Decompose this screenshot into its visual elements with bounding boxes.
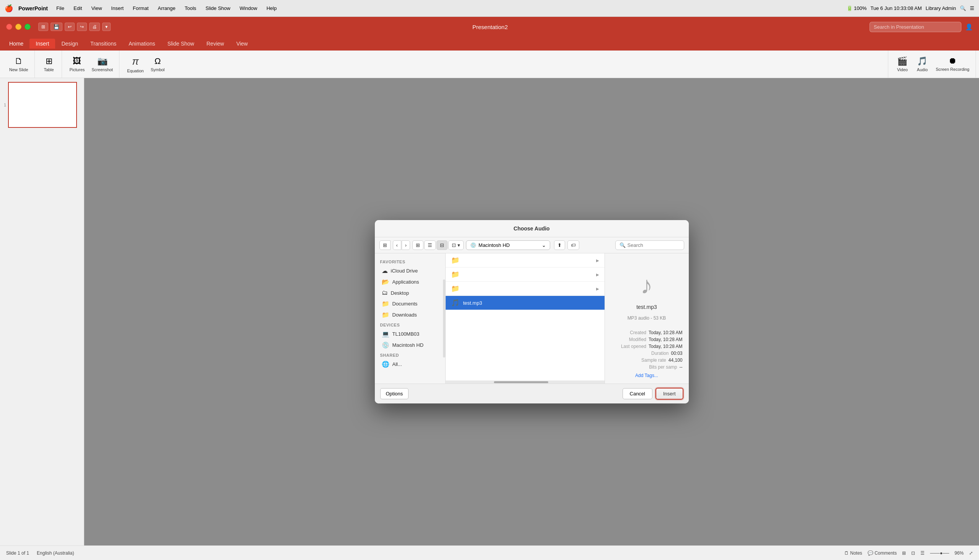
equation-button[interactable]: π Equation <box>124 54 147 75</box>
favorites-header: Favorites <box>375 257 445 265</box>
audio-button[interactable]: 🎵 Audio <box>913 55 932 73</box>
notes-button[interactable]: 🗒 Notes <box>844 550 862 556</box>
sidebar-item-desktop[interactable]: 🗂 Desktop <box>376 287 444 298</box>
sidebar-item-macintosh-hd[interactable]: 💿 Macintosh HD <box>376 340 444 351</box>
tag-btn[interactable]: 🏷 <box>567 240 579 250</box>
menu-window[interactable]: Window <box>238 5 259 12</box>
tab-animations[interactable]: Animations <box>122 39 161 48</box>
meta-bitspersamp: Bits per samp -- <box>611 364 683 370</box>
gallery-view-btn[interactable]: ⊡ ▾ <box>449 240 464 250</box>
cancel-button[interactable]: Cancel <box>622 388 652 399</box>
tab-home[interactable]: Home <box>3 39 30 48</box>
add-tags-link[interactable]: Add Tags... <box>635 373 658 378</box>
share-btn[interactable]: ⬆ <box>554 240 565 250</box>
save-btn[interactable]: 💾 <box>50 23 62 31</box>
app-menu[interactable]: PowerPoint <box>18 5 48 12</box>
view-normal-btn[interactable]: ⊞ <box>902 550 906 556</box>
screen-recording-button[interactable]: ⏺ Screen Recording <box>933 54 972 73</box>
sidebar-item-applications[interactable]: 📂 Applications <box>376 277 444 287</box>
menu-slideshow[interactable]: Slide Show <box>204 5 232 12</box>
comments-button[interactable]: 💬 Comments <box>867 550 897 556</box>
fit-slide-btn[interactable]: ⤢ <box>969 550 973 556</box>
tl100-label: TL100MB03 <box>392 331 420 337</box>
file-item-1[interactable]: 📁 ▶ <box>446 253 605 268</box>
equation-label: Equation <box>127 68 143 73</box>
forward-btn[interactable]: › <box>402 240 410 250</box>
zoom-slider[interactable]: ───●── <box>930 550 949 556</box>
maximize-button[interactable] <box>25 24 31 30</box>
apple-menu[interactable]: 🍎 <box>5 4 13 13</box>
search-icon[interactable]: 🔍 <box>960 5 966 11</box>
user-account-icon[interactable]: 👤 <box>965 23 973 31</box>
new-slide-button[interactable]: 🗋 New Slide <box>6 55 32 73</box>
location-dropdown[interactable]: 💿 Macintosh HD ⌄ <box>466 240 550 250</box>
view-slide-sorter-btn[interactable]: ⊡ <box>911 550 915 556</box>
sidebar-toggle[interactable]: ⊞ <box>38 23 48 31</box>
menu-tools[interactable]: Tools <box>183 5 198 12</box>
macintosh-hd-label: Macintosh HD <box>392 342 424 348</box>
duration-label: Duration <box>651 351 669 356</box>
search-icon: 🔍 <box>619 242 625 248</box>
bitspersamp-label: Bits per samp <box>649 364 677 370</box>
file-item-3[interactable]: 📁 ▶ <box>446 282 605 296</box>
sidebar-item-documents[interactable]: 📁 Documents <box>376 298 444 309</box>
undo-btn[interactable]: ↩ <box>65 23 75 31</box>
table-button[interactable]: ⊞ Table <box>40 55 58 73</box>
sidebar-scrollbar[interactable] <box>443 280 445 358</box>
pictures-button[interactable]: 🖼 Pictures <box>67 55 88 73</box>
presentation-search[interactable] <box>869 22 961 32</box>
documents-icon: 📁 <box>382 300 389 307</box>
view-outline-btn[interactable]: ☰ <box>921 550 925 556</box>
menu-edit[interactable]: Edit <box>72 5 83 12</box>
two-panel-view-btn[interactable]: ⊞ <box>379 240 390 250</box>
customize-btn[interactable]: ▾ <box>102 23 111 31</box>
clock: Tue 6 Jun 10:33:08 AM <box>871 5 922 11</box>
audio-icon: 🎵 <box>917 56 927 66</box>
options-button[interactable]: Options <box>380 388 409 399</box>
column-view-btn[interactable]: ⊟ <box>437 240 448 250</box>
traffic-lights <box>6 24 31 30</box>
menu-insert[interactable]: Insert <box>110 5 125 12</box>
menu-arrange[interactable]: Arrange <box>156 5 177 12</box>
title-bar: ⊞ 💾 ↩ ↪ 🖨 ▾ Presentation2 👤 <box>0 17 979 37</box>
tab-transitions[interactable]: Transitions <box>84 39 122 48</box>
main-area: 1 Choose Audio ⊞ ‹ › <box>0 78 979 545</box>
screenshot-button[interactable]: 📷 Screenshot <box>88 55 116 73</box>
sidebar-item-icloud[interactable]: ☁ iCloud Drive <box>376 265 444 277</box>
menu-bar: 🍎 PowerPoint File Edit View Insert Forma… <box>0 0 979 17</box>
print-btn[interactable]: 🖨 <box>89 23 100 31</box>
meta-duration: Duration 00:03 <box>611 351 683 356</box>
search-input[interactable] <box>627 242 680 248</box>
downloads-label: Downloads <box>392 312 417 318</box>
horizontal-scrollbar[interactable] <box>494 381 548 383</box>
video-button[interactable]: 🎬 Video <box>893 55 912 73</box>
file-item-test-mp3[interactable]: 🎵 test.mp3 <box>446 296 605 310</box>
nav-buttons: ‹ › <box>393 240 410 250</box>
back-btn[interactable]: ‹ <box>393 240 401 250</box>
sidebar-item-tl100[interactable]: 💻 TL100MB03 <box>376 328 444 340</box>
all-label: All... <box>392 361 402 367</box>
menu-view[interactable]: View <box>90 5 103 12</box>
close-button[interactable] <box>6 24 12 30</box>
symbol-button[interactable]: Ω Symbol <box>147 55 168 73</box>
tab-design[interactable]: Design <box>55 39 84 48</box>
sidebar-item-downloads[interactable]: 📁 Downloads <box>376 309 444 320</box>
slide-1-thumbnail[interactable] <box>8 82 77 128</box>
list-view-btn[interactable]: ☰ <box>424 240 436 250</box>
tab-review[interactable]: Review <box>200 39 230 48</box>
preview-meta: Created Today, 10:28 AM Modified Today, … <box>611 330 683 371</box>
file-item-2[interactable]: 📁 ▶ <box>446 268 605 282</box>
menu-format[interactable]: Format <box>131 5 150 12</box>
menu-help[interactable]: Help <box>265 5 279 12</box>
notification-icon[interactable]: ☰ <box>970 5 974 11</box>
tab-view[interactable]: View <box>230 39 254 48</box>
tab-slideshow[interactable]: Slide Show <box>161 39 200 48</box>
icon-view-btn[interactable]: ⊞ <box>412 240 424 250</box>
sidebar-item-all[interactable]: 🌐 All... <box>376 359 444 370</box>
laptop-icon: 💻 <box>382 330 389 338</box>
tab-insert[interactable]: Insert <box>30 39 55 48</box>
minimize-button[interactable] <box>15 24 22 30</box>
insert-button[interactable]: Insert <box>655 388 684 400</box>
redo-btn[interactable]: ↪ <box>77 23 87 31</box>
menu-file[interactable]: File <box>55 5 66 12</box>
